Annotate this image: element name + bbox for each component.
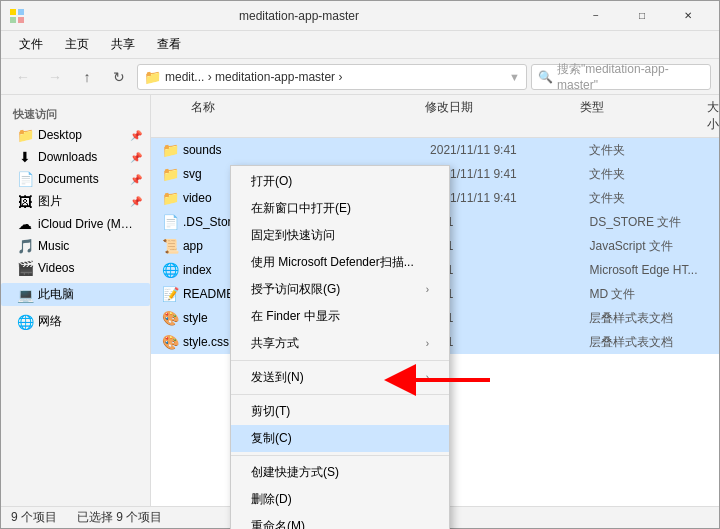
search-bar[interactable]: 🔍 搜索"meditation-app-master"	[531, 64, 711, 90]
header-size: 大小	[707, 99, 719, 133]
ctx-item-label: 共享方式	[251, 335, 299, 352]
ctx-item-label: 在 Finder 中显示	[251, 308, 340, 325]
ctx-item-label: 发送到(N)	[251, 369, 304, 386]
menu-home[interactable]: 主页	[55, 32, 99, 57]
refresh-button[interactable]: ↻	[105, 63, 133, 91]
title-bar-controls: − □ ✕	[573, 1, 711, 31]
menu-bar: 文件 主页 共享 查看	[1, 31, 719, 59]
search-icon: 🔍	[538, 70, 553, 84]
header-name: 名称	[151, 99, 425, 133]
context-menu-item[interactable]: 删除(D)	[231, 486, 449, 513]
file-type: Microsoft Edge HT...	[589, 263, 719, 277]
sidebar-item-desktop[interactable]: 📁 Desktop 📌	[1, 124, 150, 146]
file-date: 2021/11/11 9:41	[430, 143, 589, 157]
file-icon: 📄	[159, 214, 183, 230]
svg-rect-1	[18, 9, 24, 15]
context-menu-item[interactable]: 发送到(N)›	[231, 364, 449, 391]
sidebar-item-pictures[interactable]: 🖼 图片 📌	[1, 190, 150, 213]
back-button[interactable]: ←	[9, 63, 37, 91]
this-pc-icon: 💻	[17, 287, 33, 303]
file-date: 2021/11/11 9:41	[430, 167, 589, 181]
sidebar-item-documents[interactable]: 📄 Documents 📌	[1, 168, 150, 190]
file-icon: 🎨	[159, 334, 183, 350]
sidebar-item-videos[interactable]: 🎬 Videos	[1, 257, 150, 279]
pictures-icon: 🖼	[17, 194, 33, 210]
file-type: 层叠样式表文档	[589, 334, 719, 351]
context-menu-item[interactable]: 使用 Microsoft Defender扫描...	[231, 249, 449, 276]
menu-file[interactable]: 文件	[9, 32, 53, 57]
address-dropdown-icon[interactable]: ▼	[509, 71, 520, 83]
context-menu-separator	[231, 394, 449, 395]
sidebar-label-videos: Videos	[38, 261, 74, 275]
maximize-button[interactable]: □	[619, 1, 665, 31]
desktop-folder-icon: 📁	[17, 127, 33, 143]
documents-icon: 📄	[17, 171, 33, 187]
file-row[interactable]: 📁 sounds 2021/11/11 9:41 文件夹	[151, 138, 719, 162]
menu-share[interactable]: 共享	[101, 32, 145, 57]
close-button[interactable]: ✕	[665, 1, 711, 31]
context-menu-item[interactable]: 复制(C)	[231, 425, 449, 452]
pin-icon-pictures: 📌	[130, 196, 142, 207]
quick-access-header: 快速访问	[1, 103, 150, 124]
sidebar-item-network[interactable]: 🌐 网络	[1, 310, 150, 333]
file-type: 文件夹	[589, 142, 719, 159]
svg-rect-3	[18, 17, 24, 23]
address-bar[interactable]: 📁 medit... › meditation-app-master › ▼	[137, 64, 527, 90]
context-menu-item[interactable]: 共享方式›	[231, 330, 449, 357]
sidebar-item-downloads[interactable]: ⬇ Downloads 📌	[1, 146, 150, 168]
ctx-item-label: 打开(O)	[251, 173, 292, 190]
file-header: 名称 修改日期 类型 大小	[151, 95, 719, 138]
menu-view[interactable]: 查看	[147, 32, 191, 57]
file-date: 9:41	[430, 335, 589, 349]
file-type: 文件夹	[589, 166, 719, 183]
file-date: 9:41	[430, 239, 589, 253]
sidebar-label-downloads: Downloads	[38, 150, 97, 164]
minimize-button[interactable]: −	[573, 1, 619, 31]
context-menu-separator	[231, 455, 449, 456]
sidebar-label-pictures: 图片	[38, 193, 62, 210]
file-name: sounds	[183, 143, 430, 157]
context-menu-item[interactable]: 固定到快速访问	[231, 222, 449, 249]
sidebar-label-music: Music	[38, 239, 69, 253]
sidebar-item-this-pc[interactable]: 💻 此电脑	[1, 283, 150, 306]
file-type: DS_STORE 文件	[589, 214, 719, 231]
window-title: meditation-app-master	[25, 9, 573, 23]
up-button[interactable]: ↑	[73, 63, 101, 91]
music-icon: 🎵	[17, 238, 33, 254]
quick-access-section: 快速访问 📁 Desktop 📌 ⬇ Downloads 📌 📄 Documen…	[1, 103, 150, 279]
submenu-arrow-icon: ›	[426, 372, 429, 383]
context-menu-item[interactable]: 在新窗口中打开(E)	[231, 195, 449, 222]
file-icon: 📁	[159, 190, 183, 206]
file-date: 2021/11/11 9:41	[430, 191, 589, 205]
file-type: 层叠样式表文档	[589, 310, 719, 327]
ctx-item-label: 删除(D)	[251, 491, 292, 508]
ctx-item-label: 剪切(T)	[251, 403, 290, 420]
context-menu-item[interactable]: 剪切(T)	[231, 398, 449, 425]
window-icon	[9, 8, 25, 24]
context-menu-item[interactable]: 打开(O)	[231, 168, 449, 195]
context-menu-item[interactable]: 重命名(M)	[231, 513, 449, 529]
sidebar-item-icloud[interactable]: ☁ iCloud Drive (M…	[1, 213, 150, 235]
search-placeholder: 搜索"meditation-app-master"	[557, 61, 704, 92]
file-icon: 🎨	[159, 310, 183, 326]
pin-icon-downloads: 📌	[130, 152, 142, 163]
sidebar-label-icloud: iCloud Drive (M…	[38, 217, 133, 231]
address-folder-icon: 📁	[144, 69, 161, 85]
sidebar-label-desktop: Desktop	[38, 128, 82, 142]
icloud-icon: ☁	[17, 216, 33, 232]
file-icon: 📝	[159, 286, 183, 302]
sidebar-item-music[interactable]: 🎵 Music	[1, 235, 150, 257]
sidebar-label-this-pc: 此电脑	[38, 286, 74, 303]
file-date: 9:41	[430, 311, 589, 325]
context-menu-item[interactable]: 在 Finder 中显示	[231, 303, 449, 330]
context-menu-item[interactable]: 授予访问权限(G)›	[231, 276, 449, 303]
file-icon: 📁	[159, 166, 183, 182]
sidebar-label-documents: Documents	[38, 172, 99, 186]
file-icon: 📁	[159, 142, 183, 158]
forward-button[interactable]: →	[41, 63, 69, 91]
context-menu-item[interactable]: 创建快捷方式(S)	[231, 459, 449, 486]
file-date: 9:41	[430, 263, 589, 277]
pin-icon-desktop: 📌	[130, 130, 142, 141]
network-icon: 🌐	[17, 314, 33, 330]
file-date: 9:41	[430, 287, 589, 301]
